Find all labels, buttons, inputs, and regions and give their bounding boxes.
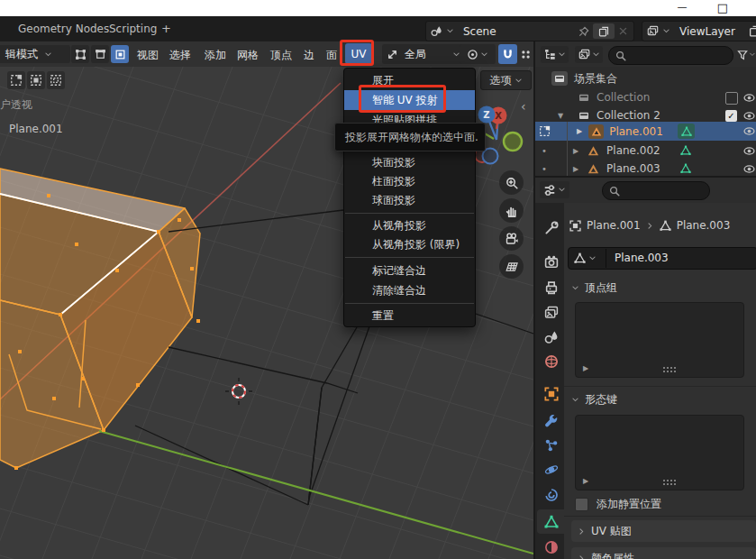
disclosure-open-icon[interactable]: ▼ bbox=[558, 112, 563, 120]
menu-vertex[interactable]: 顶点 bbox=[270, 48, 292, 63]
shape-keys-list[interactable]: ▶ bbox=[575, 415, 744, 490]
viewlayer-name[interactable]: ViewLayer bbox=[679, 25, 745, 38]
properties-editor-type-dropdown[interactable] bbox=[540, 181, 569, 198]
eye-icon[interactable] bbox=[743, 163, 755, 175]
eye-icon[interactable] bbox=[743, 125, 755, 137]
tab-physics[interactable] bbox=[544, 463, 559, 477]
workspace-tab-scripting[interactable]: Scripting bbox=[109, 23, 157, 35]
menu-item-cube-projection[interactable]: 块面投影 bbox=[344, 153, 475, 172]
eye-icon[interactable] bbox=[743, 145, 755, 157]
menu-mesh[interactable]: 网格 bbox=[237, 48, 259, 63]
menu-edge[interactable]: 边 bbox=[304, 48, 314, 63]
vertex-groups-panel-header[interactable]: 顶点组 bbox=[571, 280, 617, 296]
shape-keys-panel-header[interactable]: 形态键 bbox=[571, 392, 617, 408]
tab-scene[interactable] bbox=[544, 330, 559, 344]
scene-selector[interactable]: Scene bbox=[425, 21, 634, 41]
tab-output[interactable] bbox=[544, 280, 559, 295]
breadcrumb-object[interactable]: Plane.001 bbox=[587, 219, 641, 232]
menu-item-project-from-view[interactable]: 从视角投影 bbox=[344, 216, 475, 235]
mesh-data-badge[interactable] bbox=[678, 124, 695, 139]
list-resize-grip[interactable] bbox=[663, 480, 665, 481]
menu-select[interactable]: 选择 bbox=[169, 48, 191, 63]
tab-world[interactable] bbox=[544, 354, 559, 369]
chevron-down-icon[interactable] bbox=[662, 27, 670, 35]
copy-icon[interactable] bbox=[749, 25, 756, 37]
outliner-row-collection[interactable]: Collection bbox=[535, 88, 756, 106]
options-button[interactable]: 选项 bbox=[480, 70, 532, 90]
ortho-toggle-button[interactable] bbox=[499, 254, 524, 279]
add-workspace-button[interactable]: + bbox=[161, 22, 171, 35]
properties-search-input[interactable] bbox=[602, 181, 710, 200]
viewlayer-selector[interactable]: ViewLayer bbox=[642, 21, 756, 41]
pan-button[interactable] bbox=[499, 198, 524, 223]
breadcrumb-data[interactable]: Plane.003 bbox=[677, 219, 731, 232]
tab-tool[interactable] bbox=[544, 221, 559, 235]
menu-face[interactable]: 面 bbox=[326, 48, 337, 63]
mesh-data-icon[interactable] bbox=[680, 145, 691, 156]
eye-icon[interactable] bbox=[743, 92, 755, 104]
face-select-mode-button[interactable] bbox=[111, 45, 129, 63]
window-minimize-button[interactable]: — bbox=[673, 1, 691, 15]
pivot-point-dropdown[interactable] bbox=[460, 44, 496, 64]
menu-item-reset[interactable]: 重置 bbox=[344, 307, 475, 325]
mode-selector[interactable]: 辑模式 bbox=[0, 45, 70, 63]
chevron-down-icon[interactable] bbox=[446, 27, 454, 35]
tab-render[interactable] bbox=[544, 255, 559, 270]
transform-orientation-dropdown[interactable]: 全局 bbox=[382, 44, 465, 64]
tab-constraints[interactable] bbox=[544, 488, 559, 502]
exclude-checkbox[interactable] bbox=[725, 92, 738, 105]
chevron-down-icon[interactable] bbox=[588, 254, 597, 262]
mesh-data-icon[interactable] bbox=[680, 163, 691, 174]
new-scene-button[interactable] bbox=[593, 23, 615, 39]
vertex-select-mode-button[interactable] bbox=[71, 45, 89, 63]
tab-object-data[interactable] bbox=[544, 515, 559, 529]
select-new-button[interactable] bbox=[7, 71, 25, 89]
menu-add[interactable]: 添加 bbox=[205, 48, 226, 63]
sidebar-collapse-arrow[interactable]: ‹ bbox=[521, 99, 526, 114]
outliner-row-scene-collection[interactable]: 场景集合 bbox=[535, 69, 756, 87]
outliner-row-plane-003[interactable]: • ▶ Plane.003 bbox=[535, 160, 756, 176]
list-expand-icon[interactable]: ▶ bbox=[583, 477, 588, 485]
snap-toggle-button[interactable] bbox=[498, 44, 517, 64]
pin-icon[interactable] bbox=[578, 26, 589, 37]
exclude-checkbox-checked[interactable]: ✓ bbox=[725, 110, 737, 122]
tab-view-layer[interactable] bbox=[544, 306, 559, 320]
tab-particles[interactable] bbox=[544, 438, 559, 453]
outliner-display-mode-dropdown[interactable] bbox=[541, 46, 569, 63]
outliner-filter-dropdown[interactable] bbox=[575, 46, 603, 63]
menu-item-cylinder-projection[interactable]: 柱面投影 bbox=[344, 172, 475, 191]
select-subtract-button[interactable] bbox=[47, 71, 65, 89]
list-expand-icon[interactable]: ▶ bbox=[583, 364, 588, 372]
zoom-button[interactable] bbox=[499, 170, 524, 195]
camera-view-button[interactable] bbox=[499, 226, 524, 251]
uv-maps-panel-header[interactable]: UV 贴图 bbox=[571, 520, 756, 542]
vertex-groups-list[interactable]: ▶ bbox=[575, 302, 744, 378]
outliner-search-input[interactable] bbox=[608, 46, 733, 65]
tab-modifiers[interactable] bbox=[544, 413, 559, 427]
scene-name[interactable]: Scene bbox=[463, 25, 575, 38]
menu-item-sphere-projection[interactable]: 球面投影 bbox=[344, 191, 475, 210]
close-icon[interactable] bbox=[618, 26, 628, 36]
color-attributes-panel-header[interactable]: 颜色属性 bbox=[571, 547, 756, 559]
outliner-filter-button[interactable] bbox=[737, 46, 756, 63]
tab-material[interactable] bbox=[544, 540, 559, 554]
disclosure-closed-icon[interactable]: ▶ bbox=[577, 127, 582, 135]
disclosure-closed-icon[interactable]: ▶ bbox=[573, 165, 578, 173]
outliner-row-plane-002[interactable]: • ▶ Plane.002 bbox=[535, 142, 756, 160]
eye-icon[interactable] bbox=[743, 110, 755, 122]
menu-view[interactable]: 视图 bbox=[137, 48, 159, 63]
add-rest-position-row[interactable]: 添加静置位置 bbox=[575, 497, 661, 512]
select-extend-button[interactable] bbox=[27, 71, 45, 89]
edge-select-mode-button[interactable] bbox=[91, 45, 109, 63]
mesh-name-value[interactable]: Plane.003 bbox=[606, 249, 756, 268]
workspace-tab-geometry-nodes[interactable]: Geometry Nodes bbox=[18, 23, 109, 35]
disclosure-closed-icon[interactable]: ▶ bbox=[573, 147, 578, 155]
outliner-row-plane-001[interactable]: ▶ Plane.001 bbox=[535, 122, 756, 141]
proportional-editing-icon[interactable] bbox=[520, 49, 532, 60]
menu-item-project-from-view-bounds[interactable]: 从视角投影 (限界) bbox=[344, 235, 475, 254]
add-rest-position-checkbox[interactable] bbox=[575, 498, 588, 511]
list-resize-grip[interactable] bbox=[663, 367, 665, 369]
window-maximize-button[interactable]: □ bbox=[714, 0, 732, 15]
mesh-name-field[interactable]: Plane.003 bbox=[568, 247, 756, 270]
menu-item-clear-seam[interactable]: 清除缝合边 bbox=[344, 280, 475, 300]
